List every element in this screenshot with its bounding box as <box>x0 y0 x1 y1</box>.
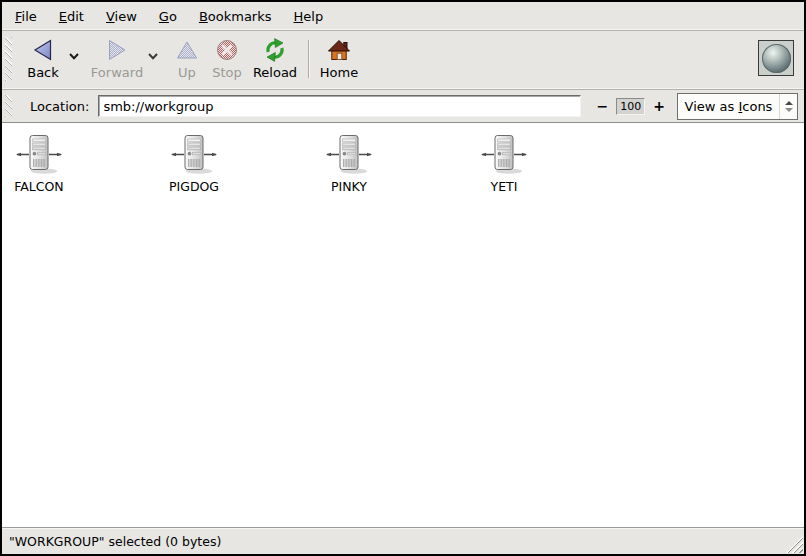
reload-icon <box>262 36 288 64</box>
network-server-icon <box>481 133 527 177</box>
back-icon <box>30 36 56 64</box>
server-name-label: FALCON <box>14 179 63 194</box>
menu-view[interactable]: View <box>95 3 148 30</box>
menu-help[interactable]: Help <box>283 3 335 30</box>
location-label: Location: <box>30 99 89 114</box>
dropdown-arrows-icon <box>780 101 797 112</box>
server-item-falcon[interactable]: FALCON <box>2 133 76 194</box>
menu-file[interactable]: File <box>4 3 48 30</box>
location-bar: Location: − 100 + View as Icons <box>2 90 804 123</box>
menu-edit[interactable]: Edit <box>48 3 95 30</box>
zoom-level-indicator[interactable]: 100 <box>616 98 645 115</box>
server-name-label: YETI <box>491 179 518 194</box>
home-icon <box>326 36 352 64</box>
home-button[interactable]: Home <box>317 36 361 81</box>
menu-bookmarks[interactable]: Bookmarks <box>188 3 283 30</box>
zoom-in-button[interactable]: + <box>651 98 667 114</box>
network-server-icon <box>171 133 217 177</box>
server-name-label: PIGDOG <box>169 179 219 194</box>
zoom-out-button[interactable]: − <box>595 98 611 114</box>
up-icon <box>174 36 200 64</box>
view-as-label: View as Icons <box>678 99 779 114</box>
forward-icon <box>104 36 130 64</box>
view-as-dropdown[interactable]: View as Icons <box>677 93 798 120</box>
throbber <box>758 40 794 76</box>
stop-icon <box>214 36 240 64</box>
menu-go[interactable]: Go <box>148 3 188 30</box>
forward-button[interactable]: Forward <box>89 36 145 81</box>
menu-bar: File Edit View Go Bookmarks Help <box>2 2 804 31</box>
network-server-icon <box>326 133 372 177</box>
up-button[interactable]: Up <box>170 36 204 81</box>
toolbar: Back Forward <box>2 31 804 90</box>
location-bar-drag-handle[interactable] <box>5 95 12 117</box>
status-text: "WORKGROUP" selected (0 bytes) <box>2 534 786 549</box>
icon-view: FALCON PIGDOG <box>2 123 804 527</box>
reload-button[interactable]: Reload <box>250 36 300 81</box>
network-server-icon <box>16 133 62 177</box>
server-item-yeti[interactable]: YETI <box>467 133 541 194</box>
stop-button[interactable]: Stop <box>206 36 248 81</box>
status-bar: "WORKGROUP" selected (0 bytes) <box>2 527 804 554</box>
back-history-chevron[interactable] <box>66 36 81 64</box>
server-item-pinky[interactable]: PINKY <box>312 133 386 194</box>
forward-history-chevron[interactable] <box>145 36 160 64</box>
toolbar-drag-handle[interactable] <box>5 37 12 81</box>
server-item-pigdog[interactable]: PIGDOG <box>157 133 231 194</box>
file-manager-window: File Edit View Go Bookmarks Help Back <box>0 0 806 556</box>
window-resize-grip[interactable] <box>786 536 803 553</box>
toolbar-separator <box>308 40 309 78</box>
location-input[interactable] <box>98 95 580 117</box>
server-name-label: PINKY <box>331 179 367 194</box>
back-button[interactable]: Back <box>20 36 66 81</box>
throbber-globe-icon <box>762 44 791 73</box>
